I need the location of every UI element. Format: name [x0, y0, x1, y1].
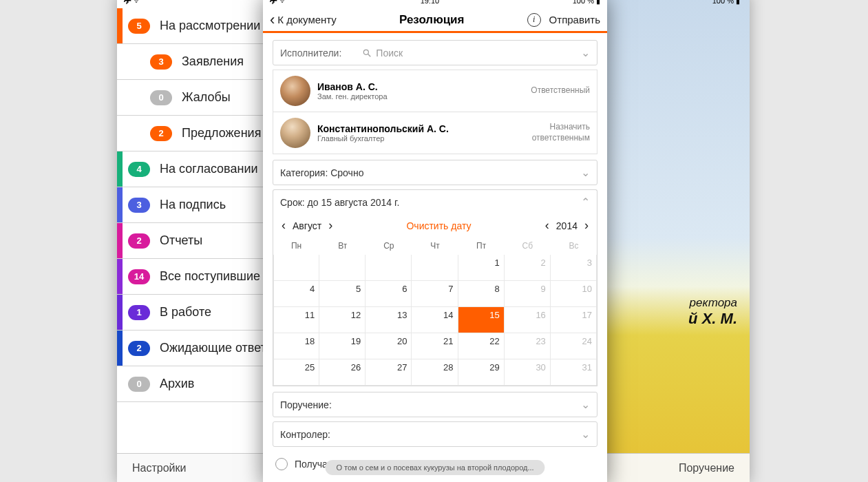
calendar-day[interactable]: 10: [551, 281, 597, 307]
airplane-wifi-icon: ✈ ᯤ: [124, 0, 141, 5]
signature-line1: ректора: [688, 296, 737, 310]
calendar-day[interactable]: 21: [412, 333, 458, 359]
right-battery: 100 % ▮: [712, 0, 740, 6]
chevron-up-icon: ⌃: [581, 196, 590, 209]
form-panel: Исполнители: Поиск ⌄ Иванов А. С.Зам. ге…: [263, 33, 607, 482]
executor-role: Главный бухгалтер: [317, 134, 532, 143]
calendar-day[interactable]: 28: [412, 359, 458, 386]
info-icon[interactable]: i: [527, 13, 541, 27]
color-tab: [117, 187, 123, 222]
weekday-label: Сб: [505, 237, 551, 255]
calendar-day[interactable]: 4: [273, 281, 319, 307]
color-tab: [117, 151, 123, 187]
count-badge: 3: [150, 54, 172, 70]
sidebar-item-label: На подпись: [160, 198, 226, 212]
executor-row[interactable]: Константинопольский А. С.Главный бухгалт…: [273, 112, 597, 154]
executor-name: Иванов А. С.: [317, 81, 531, 92]
search-placeholder: Поиск: [376, 48, 403, 59]
settings-label: Настройки: [132, 462, 186, 474]
count-badge: 2: [128, 341, 150, 356]
weekday-label: Ср: [366, 237, 412, 255]
calendar-day[interactable]: 26: [319, 359, 366, 386]
calendar-day[interactable]: 17: [551, 307, 597, 333]
calendar-day: [273, 255, 319, 281]
calendar-day[interactable]: 27: [366, 359, 412, 386]
bottom-pill[interactable]: О том о сем и о посевах кукурузы на втор…: [325, 460, 544, 475]
calendar-day[interactable]: 15: [458, 307, 505, 333]
calendar-day: [366, 255, 412, 281]
calendar-day[interactable]: 8: [458, 281, 505, 307]
calendar-day[interactable]: 11: [273, 307, 319, 333]
count-badge: 14: [128, 269, 150, 284]
back-button[interactable]: ‹ К документу: [270, 12, 337, 28]
weekday-label: Вт: [319, 237, 366, 255]
assignment-label: Поручение: [679, 462, 734, 474]
calendar-grid: 1234567891011121314151617181920212223242…: [273, 255, 597, 386]
sidebar-item-label: На согласовании: [160, 162, 258, 176]
calendar-day[interactable]: 30: [505, 359, 551, 386]
prev-month-button[interactable]: ‹: [279, 218, 288, 233]
controller-field[interactable]: Контролер: ⌄: [273, 421, 597, 447]
weekday-label: Вс: [551, 237, 597, 255]
calendar-day[interactable]: 31: [551, 359, 597, 386]
executor-status[interactable]: Ответственный: [531, 85, 590, 96]
radio-icon: [275, 458, 288, 470]
executors-field[interactable]: Исполнители: Поиск ⌄: [273, 40, 597, 65]
executor-name: Константинопольский А. С.: [317, 123, 532, 134]
calendar-day[interactable]: 20: [366, 333, 412, 359]
calendar-day: [319, 255, 366, 281]
calendar-day[interactable]: 19: [319, 333, 366, 359]
calendar-day[interactable]: 24: [551, 333, 597, 359]
category-field[interactable]: Категория: Срочно ⌄: [273, 160, 597, 185]
calendar-day[interactable]: 29: [458, 359, 505, 386]
calendar-day[interactable]: 6: [366, 281, 412, 307]
sidebar-item-label: В работе: [160, 305, 211, 319]
next-year-button[interactable]: ›: [582, 218, 591, 233]
sidebar-item-label: Жалобы: [182, 90, 231, 105]
deadline-field[interactable]: Срок: до 15 августа 2014 г. ⌃: [273, 189, 597, 214]
calendar-day[interactable]: 7: [412, 281, 458, 307]
bottom-pill-text: О том о сем и о посевах кукурузы на втор…: [336, 463, 533, 472]
calendar-day[interactable]: 3: [551, 255, 597, 281]
battery-icon: ▮: [736, 0, 740, 5]
count-badge: 3: [128, 198, 150, 213]
avatar: [280, 76, 310, 106]
executor-status[interactable]: Назначитьответственным: [532, 122, 590, 143]
prev-year-button[interactable]: ‹: [542, 218, 552, 233]
color-tab: [117, 259, 123, 294]
send-button[interactable]: Отправить: [549, 14, 600, 25]
calendar-day[interactable]: 25: [273, 359, 319, 386]
count-badge: 0: [128, 377, 150, 392]
chevron-down-icon: ⌄: [581, 166, 590, 179]
status-bar: ✈ ᯤ 19:10 100 % ▮: [263, 0, 607, 8]
calendar-day[interactable]: 5: [319, 281, 366, 307]
center-device: ✈ ᯤ 19:10 100 % ▮ ‹ К документу Резолюци…: [263, 0, 607, 482]
calendar-day[interactable]: 22: [458, 333, 505, 359]
color-tab: [117, 8, 123, 43]
calendar-day: [412, 255, 458, 281]
executor-row[interactable]: Иванов А. С.Зам. ген. директораОтветстве…: [273, 70, 597, 112]
count-badge: 2: [128, 233, 150, 249]
calendar-day[interactable]: 9: [505, 281, 551, 307]
calendar-day[interactable]: 16: [505, 307, 551, 333]
svg-point-0: [364, 50, 369, 54]
signature-line2: й Х. М.: [688, 310, 737, 328]
color-tab: [117, 223, 123, 258]
weekday-label: Чт: [412, 237, 458, 255]
calendar-month: Август: [293, 220, 321, 231]
calendar-day[interactable]: 2: [505, 255, 551, 281]
sidebar-item-label: Все поступившие: [160, 269, 260, 284]
deadline-value: Срок: до 15 августа 2014 г.: [280, 197, 399, 208]
assignment-field[interactable]: Поручение: ⌄: [273, 392, 597, 417]
next-month-button[interactable]: ›: [326, 218, 335, 233]
calendar-day[interactable]: 14: [412, 307, 458, 333]
calendar-day[interactable]: 18: [273, 333, 319, 359]
category-value: Категория: Срочно: [280, 167, 363, 178]
clear-date-button[interactable]: Очистить дату: [406, 220, 471, 231]
sidebar-item-label: На рассмотрении: [160, 19, 260, 33]
svg-line-1: [368, 54, 371, 56]
calendar-day[interactable]: 1: [458, 255, 505, 281]
calendar-day[interactable]: 23: [505, 333, 551, 359]
calendar-day[interactable]: 12: [319, 307, 366, 333]
calendar-day[interactable]: 13: [366, 307, 412, 333]
